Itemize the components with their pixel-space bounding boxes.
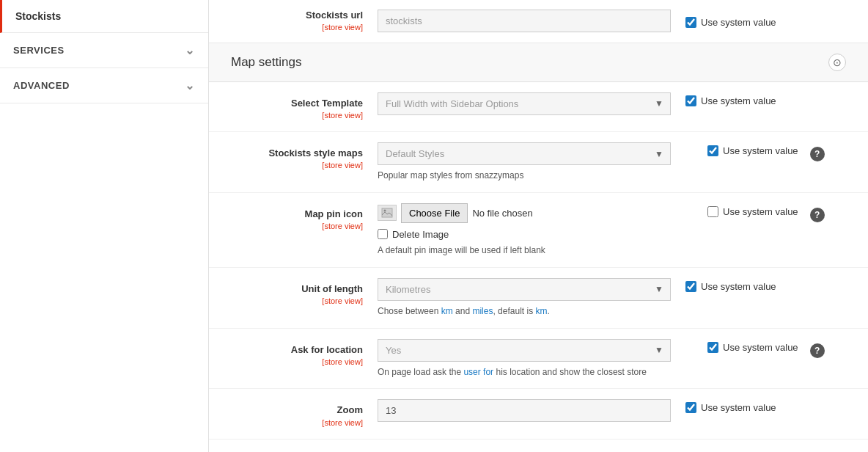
unit-of-length-note: Chose between km and miles, default is k… bbox=[378, 305, 671, 318]
sidebar: Stockists SERVICES ⌄ ADVANCED ⌄ bbox=[0, 0, 209, 452]
stockists-url-input[interactable] bbox=[378, 10, 671, 32]
svg-rect-0 bbox=[382, 208, 392, 217]
select-template-select[interactable]: Full Width with Sidebar Options bbox=[378, 92, 671, 115]
ask-for-location-note: On page load ask the user for his locati… bbox=[378, 366, 671, 379]
stockists-url-use-system-checkbox[interactable] bbox=[685, 17, 696, 28]
sidebar-item-services[interactable]: SERVICES ⌄ bbox=[0, 33, 208, 68]
sidebar-item-stockists[interactable]: Stockists bbox=[0, 0, 208, 33]
ask-for-location-control: Yes ▼ On page load ask the user for his … bbox=[378, 339, 671, 379]
style-maps-use-system-checkbox[interactable] bbox=[707, 145, 718, 156]
zoom-store-view: [store view] bbox=[231, 418, 363, 429]
miles-link: miles bbox=[472, 306, 493, 316]
chevron-down-icon: ⌄ bbox=[185, 43, 195, 57]
map-pin-icon-row: Map pin icon [store view] Choose File No… bbox=[209, 193, 868, 268]
choose-file-button[interactable]: Choose File bbox=[401, 203, 468, 223]
map-pin-use-system-label: Use system value bbox=[723, 206, 798, 217]
store-view-tag: [store view] bbox=[231, 22, 363, 33]
style-maps-store-view: [store view] bbox=[231, 160, 363, 171]
style-maps-select[interactable]: Default Styles bbox=[378, 142, 671, 165]
ask-for-location-wrapper: Yes ▼ bbox=[378, 339, 671, 362]
delete-image-checkbox[interactable] bbox=[378, 229, 388, 239]
zoom-input[interactable] bbox=[378, 399, 671, 422]
ask-for-location-help-icon[interactable]: ? bbox=[810, 343, 825, 358]
map-settings-title: Map settings bbox=[231, 55, 301, 70]
unit-of-length-row: Unit of length [store view] Kilometres ▼… bbox=[209, 268, 868, 329]
zoom-row: Zoom [store view] Use system value bbox=[209, 389, 868, 440]
zoom-use-system-label: Use system value bbox=[701, 402, 776, 413]
stockists-url-use-system-label: Use system value bbox=[701, 17, 776, 28]
file-input-row: Choose File No file chosen bbox=[378, 203, 671, 223]
select-template-wrapper: Full Width with Sidebar Options ▼ bbox=[378, 92, 671, 115]
svg-point-1 bbox=[384, 210, 386, 212]
ask-for-location-store-view: [store view] bbox=[231, 357, 363, 368]
ask-for-location-use-system-checkbox[interactable] bbox=[707, 342, 718, 353]
stockists-url-use-system: Use system value bbox=[685, 14, 776, 28]
style-maps-help-icon[interactable]: ? bbox=[810, 147, 825, 161]
select-template-row: Select Template [store view] Full Width … bbox=[209, 82, 868, 133]
zoom-control bbox=[378, 399, 671, 422]
unit-of-length-select[interactable]: Kilometres bbox=[378, 278, 671, 301]
unit-of-length-use-system-checkbox[interactable] bbox=[685, 281, 696, 292]
delete-image-row: Delete Image bbox=[378, 229, 671, 240]
unit-of-length-use-system-label: Use system value bbox=[701, 281, 776, 292]
style-maps-right: Use system value ? bbox=[685, 142, 825, 161]
select-template-use-system-label: Use system value bbox=[701, 95, 776, 106]
ask-for-location-row: Ask for location [store view] Yes ▼ On p… bbox=[209, 329, 868, 390]
map-settings-header: Map settings ⊙ bbox=[209, 43, 868, 82]
style-maps-use-system: Use system value bbox=[707, 145, 798, 156]
stockists-url-row: Stockists url [store view] Use system va… bbox=[209, 0, 868, 43]
sidebar-item-stockists-label: Stockists bbox=[15, 10, 61, 22]
sidebar-services-label: SERVICES bbox=[13, 45, 65, 56]
file-type-icon bbox=[378, 205, 397, 221]
for-link: for bbox=[483, 367, 493, 377]
zoom-use-system: Use system value bbox=[685, 399, 776, 413]
select-template-store-view: [store view] bbox=[231, 110, 363, 121]
style-maps-control: Default Styles ▼ Popular map styles from… bbox=[378, 142, 671, 182]
style-maps-wrapper: Default Styles ▼ bbox=[378, 142, 671, 165]
stockists-url-label: Stockists url [store view] bbox=[231, 9, 378, 34]
select-template-use-system: Use system value bbox=[685, 92, 776, 106]
delete-image-label: Delete Image bbox=[392, 229, 449, 240]
ask-for-location-right: Use system value ? bbox=[685, 339, 825, 358]
main-content: Stockists url [store view] Use system va… bbox=[209, 0, 868, 452]
map-pin-use-system-checkbox[interactable] bbox=[707, 206, 718, 217]
unit-of-length-use-system: Use system value bbox=[685, 278, 776, 292]
map-pin-right: Use system value ? bbox=[685, 203, 825, 222]
zoom-label: Zoom [store view] bbox=[231, 399, 378, 429]
sidebar-advanced-label: ADVANCED bbox=[13, 80, 70, 91]
user-link: user bbox=[463, 367, 480, 377]
map-pin-help-icon[interactable]: ? bbox=[810, 208, 825, 222]
no-file-text: No file chosen bbox=[472, 208, 532, 219]
sidebar-item-advanced[interactable]: ADVANCED ⌄ bbox=[0, 68, 208, 103]
select-template-label: Select Template [store view] bbox=[231, 92, 378, 122]
km-default-link: km bbox=[535, 306, 547, 316]
zoom-use-system-checkbox[interactable] bbox=[685, 402, 696, 413]
unit-of-length-wrapper: Kilometres ▼ bbox=[378, 278, 671, 301]
map-pin-note: A default pin image will be used if left… bbox=[378, 244, 671, 257]
map-pin-icon-control: Choose File No file chosen Delete Image … bbox=[378, 203, 671, 257]
chevron-down-icon: ⌄ bbox=[185, 79, 195, 92]
collapse-button[interactable]: ⊙ bbox=[828, 54, 846, 71]
stockists-url-control bbox=[378, 10, 671, 32]
ask-for-location-label: Ask for location [store view] bbox=[231, 339, 378, 368]
collapse-icon: ⊙ bbox=[833, 56, 842, 68]
unit-of-length-label: Unit of length [store view] bbox=[231, 278, 378, 307]
style-maps-note: Popular map styles from snazzymaps bbox=[378, 170, 671, 182]
unit-of-length-store-view: [store view] bbox=[231, 296, 363, 307]
map-pin-use-system: Use system value bbox=[707, 206, 798, 217]
unit-of-length-control: Kilometres ▼ Chose between km and miles,… bbox=[378, 278, 671, 318]
style-maps-label: Stockists style maps [store view] bbox=[231, 142, 378, 172]
ask-for-location-use-system: Use system value bbox=[707, 342, 798, 353]
map-pin-icon-label: Map pin icon [store view] bbox=[231, 203, 378, 233]
ask-for-location-select[interactable]: Yes bbox=[378, 339, 671, 362]
select-template-control: Full Width with Sidebar Options ▼ bbox=[378, 92, 671, 115]
ask-for-location-use-system-label: Use system value bbox=[723, 342, 798, 353]
style-maps-use-system-label: Use system value bbox=[723, 145, 798, 156]
map-pin-icon-store-view: [store view] bbox=[231, 221, 363, 232]
select-template-use-system-checkbox[interactable] bbox=[685, 95, 696, 106]
km-link: km bbox=[441, 306, 453, 316]
style-maps-row: Stockists style maps [store view] Defaul… bbox=[209, 132, 868, 193]
